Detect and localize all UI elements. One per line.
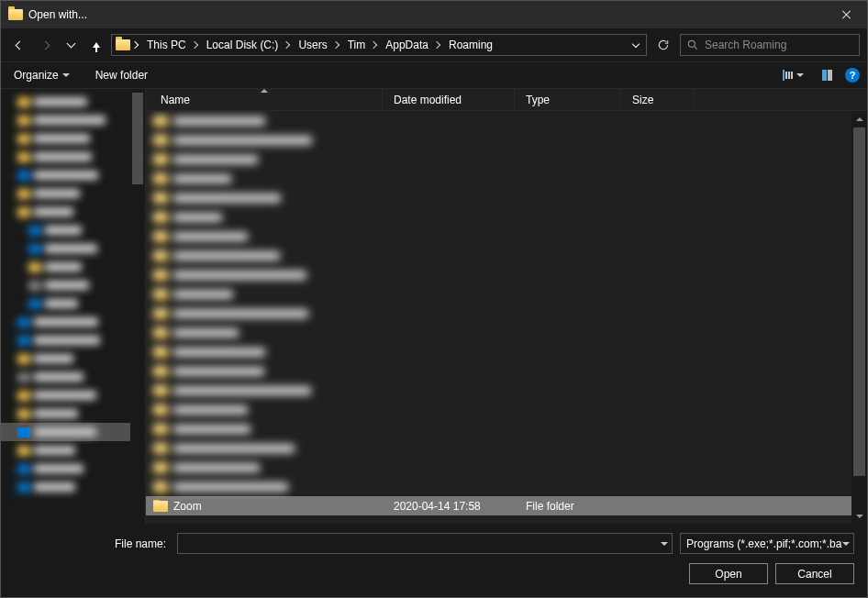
filename-input[interactable] bbox=[177, 533, 673, 554]
file-row[interactable] bbox=[146, 284, 867, 304]
content-area: Name Date modified Type Size Zoom 2020-0… bbox=[1, 89, 867, 524]
file-type-filter[interactable]: Programs (*.exe;*.pif;*.com;*.bat) bbox=[680, 533, 854, 554]
breadcrumb-seg: Users bbox=[293, 35, 341, 55]
view-icon bbox=[783, 70, 793, 81]
toolbar: Organize New folder ? bbox=[1, 61, 867, 89]
search-box[interactable]: Search Roaming bbox=[680, 34, 860, 56]
address-dropdown[interactable] bbox=[624, 35, 646, 55]
column-name[interactable]: Name bbox=[146, 89, 383, 110]
file-row[interactable] bbox=[146, 419, 867, 438]
organize-button[interactable]: Organize bbox=[8, 65, 75, 85]
file-row[interactable] bbox=[146, 169, 867, 188]
breadcrumb-seg: Local Disk (C:) bbox=[201, 35, 294, 55]
up-button[interactable] bbox=[85, 34, 107, 56]
file-row[interactable] bbox=[146, 265, 867, 284]
chevron-down-icon bbox=[796, 73, 804, 77]
tree-item[interactable] bbox=[1, 148, 145, 166]
breadcrumb-seg: This PC bbox=[141, 35, 201, 55]
file-list[interactable]: Zoom 2020-04-14 17:58 File folder bbox=[146, 111, 867, 524]
new-folder-button[interactable]: New folder bbox=[90, 65, 153, 85]
file-row[interactable] bbox=[146, 323, 867, 342]
tree-item[interactable] bbox=[1, 441, 145, 460]
tree-item[interactable] bbox=[1, 184, 145, 203]
breadcrumb-seg: AppData bbox=[380, 35, 443, 55]
tree-item[interactable] bbox=[1, 239, 145, 258]
file-row[interactable] bbox=[146, 111, 867, 130]
file-date: 2020-04-14 17:58 bbox=[383, 500, 515, 513]
nav-bar: This PC Local Disk (C:) Users Tim AppDat… bbox=[1, 28, 867, 61]
svg-point-0 bbox=[688, 40, 695, 47]
tree-item[interactable] bbox=[1, 111, 145, 129]
tree-item[interactable] bbox=[1, 221, 145, 239]
file-name: Zoom bbox=[173, 500, 202, 513]
cancel-button[interactable]: Cancel bbox=[775, 563, 854, 584]
nav-tree[interactable] bbox=[1, 89, 146, 524]
preview-pane-icon bbox=[822, 70, 832, 81]
tree-item[interactable] bbox=[1, 294, 145, 313]
tree-item[interactable] bbox=[1, 423, 145, 441]
back-button[interactable] bbox=[8, 34, 30, 56]
forward-button[interactable] bbox=[34, 34, 56, 56]
tree-item[interactable] bbox=[1, 349, 145, 368]
tree-item[interactable] bbox=[1, 478, 145, 496]
breadcrumb-seg: Roaming bbox=[443, 35, 496, 55]
filename-label: File name: bbox=[14, 537, 170, 550]
file-row[interactable] bbox=[146, 188, 867, 207]
window-title: Open with... bbox=[28, 8, 87, 21]
tree-item[interactable] bbox=[1, 203, 145, 221]
tree-item[interactable] bbox=[1, 166, 145, 184]
file-list-panel: Name Date modified Type Size Zoom 2020-0… bbox=[146, 89, 867, 524]
tree-item[interactable] bbox=[1, 129, 145, 148]
tree-item[interactable] bbox=[1, 313, 145, 331]
file-row[interactable] bbox=[146, 207, 867, 227]
column-headers: Name Date modified Type Size bbox=[146, 89, 867, 111]
title-bar: Open with... bbox=[1, 1, 867, 28]
file-row[interactable] bbox=[146, 400, 867, 419]
refresh-button[interactable] bbox=[651, 34, 676, 56]
tree-scrollbar[interactable] bbox=[130, 89, 145, 524]
file-row[interactable] bbox=[146, 381, 867, 400]
open-with-dialog: Open with... This PC Local Disk (C:) Use… bbox=[0, 0, 868, 598]
file-row-selected[interactable]: Zoom 2020-04-14 17:58 File folder bbox=[146, 496, 867, 515]
tree-item[interactable] bbox=[1, 258, 145, 276]
tree-item[interactable] bbox=[1, 368, 145, 386]
file-row[interactable] bbox=[146, 438, 867, 458]
column-size[interactable]: Size bbox=[621, 89, 695, 110]
help-button[interactable]: ? bbox=[845, 68, 860, 83]
folder-icon bbox=[8, 9, 23, 20]
file-row[interactable] bbox=[146, 458, 867, 477]
file-row[interactable] bbox=[146, 130, 867, 150]
svg-line-1 bbox=[695, 47, 697, 50]
view-options-button[interactable] bbox=[777, 66, 809, 84]
tree-item[interactable] bbox=[1, 331, 145, 349]
chevron-down-icon bbox=[661, 542, 668, 546]
breadcrumb-seg: Tim bbox=[342, 35, 381, 55]
address-bar[interactable]: This PC Local Disk (C:) Users Tim AppDat… bbox=[111, 34, 647, 56]
refresh-icon bbox=[657, 39, 670, 51]
tree-item[interactable] bbox=[1, 404, 145, 423]
close-button[interactable] bbox=[826, 1, 867, 28]
file-row[interactable] bbox=[146, 361, 867, 381]
file-type: File folder bbox=[515, 500, 621, 513]
tree-item[interactable] bbox=[1, 276, 145, 294]
tree-item[interactable] bbox=[1, 460, 145, 478]
file-row[interactable] bbox=[146, 150, 867, 169]
tree-item[interactable] bbox=[1, 93, 145, 111]
recent-locations-button[interactable] bbox=[60, 34, 82, 56]
column-date[interactable]: Date modified bbox=[383, 89, 515, 110]
search-icon bbox=[686, 39, 699, 51]
open-button[interactable]: Open bbox=[689, 563, 768, 584]
file-row[interactable] bbox=[146, 227, 867, 246]
file-row[interactable] bbox=[146, 246, 867, 265]
list-scrollbar[interactable] bbox=[851, 111, 867, 524]
chevron-down-icon bbox=[62, 73, 70, 77]
file-row[interactable] bbox=[146, 304, 867, 323]
tree-item[interactable] bbox=[1, 386, 145, 404]
column-type[interactable]: Type bbox=[515, 89, 621, 110]
chevron-down-icon bbox=[842, 542, 850, 546]
bottom-panel: File name: Programs (*.exe;*.pif;*.com;*… bbox=[1, 524, 867, 597]
close-icon bbox=[842, 10, 851, 19]
file-row[interactable] bbox=[146, 342, 867, 361]
file-row[interactable] bbox=[146, 477, 867, 496]
preview-pane-button[interactable] bbox=[817, 66, 838, 84]
